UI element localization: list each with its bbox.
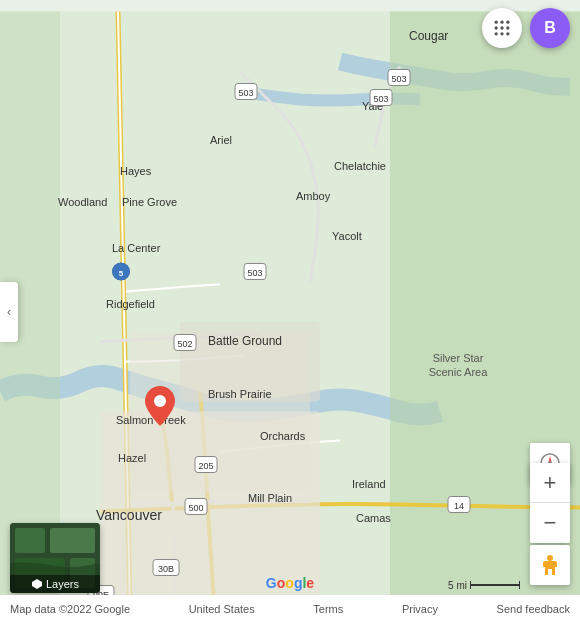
svg-text:Amboy: Amboy	[296, 190, 331, 202]
svg-text:Silver Star: Silver Star	[433, 352, 484, 364]
layers-thumbnail: Layers	[10, 523, 100, 593]
zoom-in-button[interactable]: +	[530, 463, 570, 503]
bottom-bar: Map data ©2022 Google United States Term…	[0, 595, 580, 623]
svg-text:Ireland: Ireland	[352, 478, 386, 490]
layers-label: Layers	[10, 575, 100, 593]
svg-text:Ariel: Ariel	[210, 134, 232, 146]
top-bar: B	[0, 8, 580, 48]
svg-point-52	[154, 395, 166, 407]
account-button[interactable]: B	[530, 8, 570, 48]
pegman-button[interactable]	[530, 545, 570, 585]
svg-text:Woodland: Woodland	[58, 196, 107, 208]
svg-text:Brush Prairie: Brush Prairie	[208, 388, 272, 400]
svg-text:Pine Grove: Pine Grove	[122, 196, 177, 208]
svg-text:Orchards: Orchards	[260, 430, 306, 442]
privacy-link[interactable]: Privacy	[402, 603, 438, 615]
svg-text:502: 502	[177, 339, 192, 349]
layers-control[interactable]: Layers	[10, 523, 100, 593]
google-logo: Google	[266, 575, 314, 591]
svg-text:503: 503	[391, 74, 406, 84]
send-feedback-link[interactable]: Send feedback	[497, 603, 570, 615]
svg-point-64	[547, 555, 553, 561]
svg-text:La Center: La Center	[112, 242, 161, 254]
svg-text:Mill Plain: Mill Plain	[248, 492, 292, 504]
svg-point-61	[506, 32, 509, 35]
svg-text:503: 503	[238, 88, 253, 98]
scale-bar: 5 mi	[448, 579, 520, 591]
zoom-out-button[interactable]: −	[530, 503, 570, 543]
collapse-panel-button[interactable]: ‹	[0, 282, 18, 342]
svg-point-54	[500, 21, 503, 24]
svg-text:Hazel: Hazel	[118, 452, 146, 464]
apps-button[interactable]	[482, 8, 522, 48]
svg-text:503: 503	[247, 268, 262, 278]
svg-rect-67	[50, 528, 95, 553]
svg-text:Yacolt: Yacolt	[332, 230, 362, 242]
svg-text:Hayes: Hayes	[120, 165, 152, 177]
svg-marker-70	[32, 579, 42, 589]
map-data-label: Map data ©2022 Google	[10, 603, 130, 615]
map-container[interactable]: Cougar Yale Ariel Hayes Chelatchie Amboy…	[0, 0, 580, 623]
svg-text:Chelatchie: Chelatchie	[334, 160, 386, 172]
svg-text:Battle Ground: Battle Ground	[208, 334, 282, 348]
svg-text:30B: 30B	[158, 564, 174, 574]
svg-point-59	[495, 32, 498, 35]
zoom-controls: + −	[530, 463, 570, 543]
svg-text:500: 500	[188, 503, 203, 513]
svg-text:503: 503	[373, 94, 388, 104]
svg-point-60	[500, 32, 503, 35]
map-pin[interactable]	[145, 386, 175, 430]
svg-point-55	[506, 21, 509, 24]
svg-point-58	[506, 26, 509, 29]
svg-point-53	[495, 21, 498, 24]
country-label[interactable]: United States	[189, 603, 255, 615]
svg-text:205: 205	[198, 461, 213, 471]
svg-text:Scenic Area: Scenic Area	[429, 366, 489, 378]
scale-value: 5 mi	[448, 580, 467, 591]
svg-point-57	[500, 26, 503, 29]
chevron-left-icon: ‹	[7, 305, 11, 319]
svg-text:Camas: Camas	[356, 512, 391, 524]
svg-rect-66	[15, 528, 45, 553]
svg-text:14: 14	[454, 501, 464, 511]
svg-text:Vancouver: Vancouver	[96, 507, 162, 523]
terms-link[interactable]: Terms	[313, 603, 343, 615]
svg-point-56	[495, 26, 498, 29]
svg-text:Ridgefield: Ridgefield	[106, 298, 155, 310]
svg-text:5: 5	[119, 269, 124, 278]
